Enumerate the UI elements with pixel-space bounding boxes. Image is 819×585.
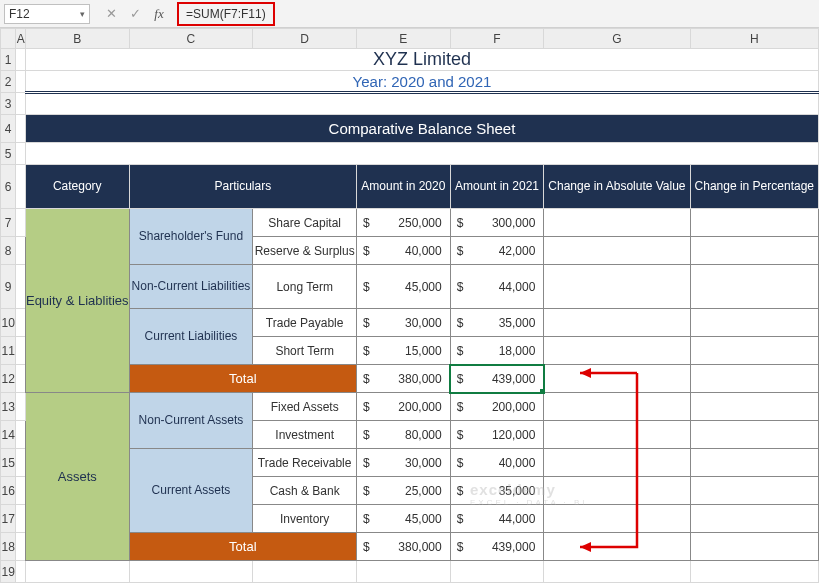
hdr-amt2020[interactable]: Amount in 2020 [357, 165, 451, 209]
cell[interactable] [690, 505, 818, 533]
cell[interactable] [690, 265, 818, 309]
cell[interactable]: $15,000 [357, 337, 451, 365]
cell[interactable] [690, 337, 818, 365]
cell[interactable]: Short Term [253, 337, 357, 365]
cell[interactable] [690, 309, 818, 337]
cell[interactable]: $200,000 [357, 393, 451, 421]
cell[interactable]: $30,000 [357, 449, 451, 477]
hdr-amt2021[interactable]: Amount in 2021 [450, 165, 544, 209]
row-header[interactable]: 19 [1, 561, 16, 583]
cell[interactable]: Long Term [253, 265, 357, 309]
cell[interactable] [544, 265, 690, 309]
row-header[interactable]: 12 [1, 365, 16, 393]
col-header[interactable]: C [129, 29, 253, 49]
cat-assets[interactable]: Assets [25, 393, 129, 561]
cell[interactable] [690, 533, 818, 561]
row-header[interactable]: 11 [1, 337, 16, 365]
cell[interactable]: $40,000 [357, 237, 451, 265]
cell[interactable] [690, 477, 818, 505]
sub-cl[interactable]: Current Liabilities [129, 309, 253, 365]
cell[interactable]: $200,000 [450, 393, 544, 421]
section-title[interactable]: Comparative Balance Sheet [25, 115, 818, 143]
row-header[interactable]: 2 [1, 71, 16, 93]
cell[interactable]: Inventory [253, 505, 357, 533]
cell[interactable]: Trade Payable [253, 309, 357, 337]
cell[interactable]: $42,000 [450, 237, 544, 265]
cell[interactable] [544, 477, 690, 505]
col-header[interactable]: D [253, 29, 357, 49]
row-header[interactable]: 17 [1, 505, 16, 533]
col-header[interactable]: E [357, 29, 451, 49]
col-header[interactable]: F [450, 29, 544, 49]
cell[interactable]: $439,000 [450, 533, 544, 561]
sub-nca[interactable]: Non-Current Assets [129, 393, 253, 449]
year-title[interactable]: Year: 2020 and 2021 [25, 71, 818, 93]
row-header[interactable]: 4 [1, 115, 16, 143]
chevron-down-icon[interactable]: ▾ [80, 9, 85, 19]
sub-ca[interactable]: Current Assets [129, 449, 253, 533]
cell[interactable] [544, 393, 690, 421]
cell[interactable]: $250,000 [357, 209, 451, 237]
cell[interactable] [544, 449, 690, 477]
cell[interactable]: $44,000 [450, 505, 544, 533]
fx-icon[interactable]: fx [152, 7, 166, 21]
cell[interactable]: Investment [253, 421, 357, 449]
company-title[interactable]: XYZ Limited [25, 49, 818, 71]
cell[interactable]: $120,000 [450, 421, 544, 449]
row-header[interactable]: 18 [1, 533, 16, 561]
total-label[interactable]: Total [129, 365, 356, 393]
row-header[interactable]: 7 [1, 209, 16, 237]
row-header[interactable]: 16 [1, 477, 16, 505]
cell[interactable] [544, 421, 690, 449]
cell[interactable] [690, 237, 818, 265]
cell[interactable] [690, 209, 818, 237]
cell[interactable]: $18,000 [450, 337, 544, 365]
row-header[interactable]: 14 [1, 421, 16, 449]
row-header[interactable]: 6 [1, 165, 16, 209]
cell[interactable] [690, 365, 818, 393]
row-header[interactable]: 10 [1, 309, 16, 337]
col-header[interactable]: H [690, 29, 818, 49]
name-box[interactable]: F12 ▾ [4, 4, 90, 24]
select-all[interactable] [1, 29, 16, 49]
selected-cell[interactable]: $439,000 [450, 365, 544, 393]
hdr-category[interactable]: Category [25, 165, 129, 209]
cell[interactable] [544, 533, 690, 561]
cell[interactable]: $35,000 [450, 477, 544, 505]
row-header[interactable]: 9 [1, 265, 16, 309]
col-header[interactable]: G [544, 29, 690, 49]
cell[interactable]: Share Capital [253, 209, 357, 237]
sub-shf[interactable]: Shareholder's Fund [129, 209, 253, 265]
cell[interactable] [544, 309, 690, 337]
formula-input[interactable]: =SUM(F7:F11) [180, 5, 272, 23]
row-header[interactable]: 15 [1, 449, 16, 477]
cell[interactable]: $380,000 [357, 365, 451, 393]
sub-ncl[interactable]: Non-Current Liabilities [129, 265, 253, 309]
cell[interactable]: $44,000 [450, 265, 544, 309]
hdr-particulars[interactable]: Particulars [129, 165, 356, 209]
grid[interactable]: A B C D E F G H 1 XYZ Limited 2 Year: 20… [0, 28, 819, 583]
col-header[interactable]: A [16, 29, 26, 49]
cell[interactable] [544, 505, 690, 533]
row-header[interactable]: 13 [1, 393, 16, 421]
cat-equity[interactable]: Equity & Liablities [25, 209, 129, 393]
cell[interactable] [544, 209, 690, 237]
accept-icon[interactable]: ✓ [128, 7, 142, 21]
col-header[interactable]: B [25, 29, 129, 49]
row-header[interactable]: 5 [1, 143, 16, 165]
cell[interactable]: Cash & Bank [253, 477, 357, 505]
cell[interactable]: $45,000 [357, 265, 451, 309]
cell[interactable] [690, 449, 818, 477]
row-header[interactable]: 1 [1, 49, 16, 71]
cell[interactable] [544, 337, 690, 365]
cell[interactable]: $380,000 [357, 533, 451, 561]
cell[interactable]: Reserve & Surplus [253, 237, 357, 265]
row-header[interactable]: 8 [1, 237, 16, 265]
cell[interactable]: Fixed Assets [253, 393, 357, 421]
cell[interactable]: $300,000 [450, 209, 544, 237]
total-label[interactable]: Total [129, 533, 356, 561]
cell[interactable] [690, 393, 818, 421]
hdr-chgpct[interactable]: Change in Percentage [690, 165, 818, 209]
cell[interactable] [690, 421, 818, 449]
cell[interactable]: Trade Receivable [253, 449, 357, 477]
